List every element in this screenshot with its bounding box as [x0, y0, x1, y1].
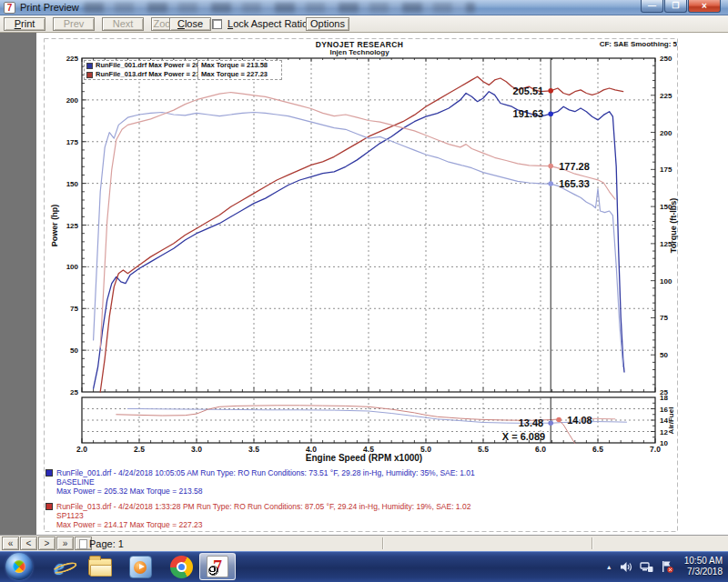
title-bar[interactable]: 7 Print Preview — ❐ × — [0, 0, 728, 15]
lock-aspect-ratio-label[interactable]: Lock Aspect Ratio — [228, 18, 308, 29]
clock-date: 7/3/2018 — [684, 567, 723, 577]
windows-logo-icon — [10, 557, 28, 576]
legend-torque-2: Max Torque = 227.23 — [201, 70, 268, 79]
note-2-line-2: SP1123 — [56, 511, 475, 520]
legend-swatch-red — [86, 72, 93, 78]
note-2-line-1: RunFile_013.drf - 4/24/2018 1:33:28 PM R… — [56, 502, 470, 511]
redacted-file-path — [84, 3, 475, 13]
network-icon[interactable] — [640, 561, 653, 573]
status-bar: « < > » Page: 1 — [0, 535, 728, 551]
prev-button[interactable]: Prev — [53, 17, 95, 31]
note-swatch-red — [46, 503, 53, 510]
winpep-taskbar-button[interactable]: 7 — [199, 553, 236, 580]
legend-file-2: RunFile_013.drf — [96, 70, 147, 78]
legend-row-sp1123: RunFile_013.drf Max Power = 214.17 Max T… — [85, 70, 281, 79]
run-note-baseline: RunFile_001.drf - 4/24/2018 10:05:05 AM … — [46, 468, 475, 496]
restore-button[interactable]: ❐ — [664, 0, 687, 13]
taskbar-clock[interactable]: 10:50 AM 7/3/2018 — [684, 556, 723, 577]
x-axis-title: Engine Speed (RPM x1000) — [228, 453, 500, 463]
legend-swatch-blue — [86, 63, 93, 69]
media-player-icon[interactable] — [127, 555, 153, 579]
prev-page-button[interactable]: < — [20, 537, 37, 550]
legend-power-2: Max Power = 214.17 — [148, 70, 197, 78]
options-button[interactable]: Options — [306, 17, 349, 31]
airfuel-axis-title: Air/Fuel — [667, 398, 675, 444]
report-correction-factor: CF: SAE Smoothing: 5 — [600, 40, 677, 48]
preview-background — [0, 33, 36, 535]
toolbar: Print Prev Next Zoom Out Close Lock Aspe… — [0, 15, 728, 33]
clock-time: 10:50 AM — [684, 556, 723, 567]
report-subtitle: Injen Technology — [228, 48, 491, 56]
window-title: Print Preview — [20, 2, 79, 13]
power-axis-title: Power (hp) — [50, 189, 59, 262]
legend-file-1: RunFile_001.drf — [96, 61, 147, 69]
first-page-button[interactable]: « — [2, 537, 19, 550]
system-tray: ▲ 10:50 AM 7/3/2018 — [606, 551, 728, 582]
windows-explorer-icon[interactable] — [87, 555, 113, 579]
action-center-flag-icon[interactable] — [661, 560, 673, 573]
run-notes: RunFile_001.drf - 4/24/2018 10:05:05 AM … — [46, 468, 475, 536]
run-note-sp1123: RunFile_013.drf - 4/24/2018 1:33:28 PM R… — [46, 502, 475, 529]
volume-icon[interactable] — [620, 561, 632, 573]
chart-legend: RunFile_001.drf Max Power = 205.32 Max T… — [84, 60, 282, 80]
lock-aspect-ratio-checkbox[interactable] — [212, 19, 222, 29]
close-preview-button[interactable]: Close — [169, 17, 211, 31]
internet-explorer-icon[interactable]: e — [46, 555, 72, 579]
minimize-button[interactable]: — — [641, 0, 663, 13]
torque-axis-title: Torque (ft-lbs) — [669, 187, 678, 264]
note-1-line-2: BASELINE — [56, 477, 475, 487]
note-1-line-1: RunFile_001.drf - 4/24/2018 10:05:05 AM … — [56, 468, 475, 477]
note-2-line-3: Max Power = 214.17 Max Torque = 227.23 — [56, 520, 475, 529]
start-button[interactable] — [5, 553, 33, 580]
print-button[interactable]: Print — [4, 17, 46, 31]
legend-power-1: Max Power = 205.32 — [148, 61, 197, 69]
winpep7-icon: 7 — [207, 556, 228, 577]
app-icon: 7 — [4, 2, 15, 14]
hidden-icons-arrow[interactable]: ▲ — [606, 564, 612, 570]
legend-row-baseline: RunFile_001.drf Max Power = 205.32 Max T… — [85, 61, 281, 70]
last-page-button[interactable]: » — [56, 537, 74, 550]
note-swatch-blue — [46, 469, 53, 477]
close-window-button[interactable]: × — [688, 0, 721, 13]
next-button[interactable]: Next — [102, 17, 144, 31]
legend-torque-1: Max Torque = 213.58 — [201, 61, 268, 70]
windows-taskbar: e 7 ▲ 10:50 AM 7/3/2018 — [0, 551, 728, 582]
page-icon — [79, 539, 87, 549]
chrome-icon[interactable] — [168, 555, 194, 579]
page-indicator: Page: 1 — [89, 538, 124, 549]
print-preview-window: 7 Print Preview — ❐ × Print Prev Next Zo… — [0, 0, 728, 582]
next-page-button[interactable]: > — [38, 537, 56, 550]
note-1-line-3: Max Power = 205.32 Max Torque = 213.58 — [56, 487, 475, 496]
